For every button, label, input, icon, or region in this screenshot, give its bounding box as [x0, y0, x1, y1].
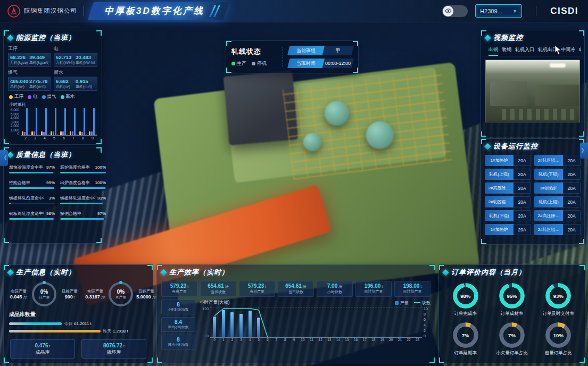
donut-percent: 10% [545, 322, 571, 348]
axis-tick: 15 [343, 338, 352, 342]
equipment-name-chip[interactable]: 2#轧区辊… [534, 155, 563, 166]
efficiency-side-card: 8.4班均小时块数 [161, 317, 195, 332]
legend-label: 生产 [237, 60, 246, 67]
legend-item: 生产 [231, 60, 246, 67]
equipment-value: 20A [514, 196, 531, 207]
energy-stat: 30.483单耗(kW·h/t) [76, 54, 95, 65]
progress-fill [60, 203, 103, 204]
divider [84, 6, 84, 16]
energy-group-name: 煤气 [8, 69, 51, 76]
equipment-name-chip[interactable]: 1#加热炉 [485, 155, 514, 166]
equipment-name-chip[interactable]: 轧机(上辊) [534, 196, 563, 207]
energy-stat-value: 0.915 [76, 78, 95, 84]
top-bar: 陕钢集团汉钢公司 中厚板3D数字化产线 H2309... ▼ CISDI [0, 0, 588, 22]
legend-label: 电 [33, 94, 38, 100]
equipment-pair: 轧机(下辊)20A [485, 210, 531, 221]
mouse-cursor [554, 45, 562, 55]
badge-value: 00:00-12:00 [322, 59, 354, 68]
equipment-row: 2#高压除…20A1#加热炉20A [485, 182, 581, 194]
equipment-name-chip[interactable]: 2#高压除… [534, 210, 563, 221]
gauge-actual: 实际产量0.045 万t [7, 289, 30, 300]
progress-fill [9, 203, 11, 204]
donut-label: 订单成材率 [501, 311, 524, 317]
bar [95, 135, 97, 135]
line-selector-dropdown[interactable]: H2309... ▼ [475, 4, 522, 18]
equipment-name: 2#高压除… [538, 213, 560, 219]
donut-percent: 93% [545, 283, 571, 309]
efficiency-stat-value: 654.61 块 [202, 283, 235, 289]
drum [303, 133, 321, 151]
energy-stat: 52.713万耗(kW·h) [56, 54, 76, 65]
donut-label: 订单完成率 [454, 311, 477, 317]
bar [84, 108, 85, 135]
efficiency-stat-value: 579.23 t [163, 283, 196, 289]
bar [47, 135, 49, 135]
legend-label: 产量 [400, 300, 409, 306]
gauge-ring: 0%月产量 [109, 282, 133, 306]
bar [89, 131, 90, 135]
bar [60, 131, 62, 135]
equipment-name-chip[interactable]: 轧机(下辊) [534, 169, 563, 180]
axis-tick: 7 [272, 338, 281, 342]
inventory-bar-text: 昨天 1.2938 t [103, 328, 128, 334]
warehouse-label: 板坯库 [107, 349, 121, 356]
legend-item: 煤气 [42, 94, 56, 100]
gauge-percent: 0% [40, 289, 48, 295]
equipment-name: 2#轧区辊… [488, 199, 510, 205]
warehouse-card[interactable]: 8076.72 t板坯库 [81, 339, 146, 359]
equipment-name: 轧机(下辊) [489, 213, 509, 219]
video-tab-5[interactable]: 电动热 [579, 46, 581, 56]
gauge-group: 实际产量0.3167 万t0%月产量目标产量5.0000 万t [84, 282, 158, 306]
axis-tick: 4 [245, 338, 254, 342]
panel-collapse-right[interactable]: 》 [580, 143, 588, 159]
equipment-name-chip[interactable]: 2#轧区辊… [485, 196, 514, 207]
panel-diamond-icon [7, 35, 14, 41]
visibility-toggle[interactable] [442, 5, 468, 17]
video-tab-0[interactable]: 出钢 [488, 46, 498, 56]
progress-track [9, 203, 55, 204]
gauge-actual: 实际产量0.3167 万t [84, 289, 107, 300]
equipment-name-chip[interactable]: 轧机(下辊) [485, 210, 514, 221]
equipment-name: 轧机(下辊) [539, 171, 558, 177]
scaffolding [283, 70, 452, 179]
axis-tick: 2 [228, 338, 237, 342]
warehouse-card[interactable]: 0.476 t成品库 [10, 339, 75, 359]
axis-tick: 13 [325, 338, 334, 342]
axis-tick: 1 [219, 338, 228, 342]
equipment-name-chip[interactable]: 1#加热炉 [485, 224, 514, 235]
gauge-target: 目标产量5.0000 万t [135, 289, 158, 300]
line-status-panel: 轧线状态 生产停机 当前班组甲当班时间00:00-12:00 [226, 40, 359, 73]
equipment-rows: 1#加热炉20A2#轧区辊…20A轧机(上辊)20A轧机(下辊)20A2#高压除… [481, 153, 584, 235]
equipment-name-chip[interactable]: 轧机(上辊) [485, 169, 514, 180]
hourly-output-chart: 小时产量(大板) 产量块数 1200 1086420 0123456789101… [200, 300, 430, 350]
drum [325, 101, 349, 126]
energy-stat-unit: 单耗(kgce/t) [29, 60, 48, 65]
video-tab-4[interactable]: 中间冷 [561, 46, 575, 56]
axis-tick: 2 [424, 329, 430, 332]
progress-track [60, 172, 106, 173]
equipment-name-chip[interactable]: 2#轧区辊… [534, 224, 563, 235]
video-tab-2[interactable]: 轧机入口 [515, 46, 534, 56]
equipment-pair: 1#加热炉20A [485, 155, 531, 166]
progress-track [9, 218, 55, 220]
hourly-chart-legend: 产量块数 [395, 300, 430, 306]
energy-group: 新水6.682总耗(m³)0.915单耗(m³/t) [54, 69, 97, 91]
efficiency-stat-card: 198.00 t日计划产量 [394, 281, 430, 297]
efficiency-stat-card: 7.00 块小时块数 [317, 281, 353, 297]
gauge-label: 月产量 [115, 295, 127, 300]
axis-tick: 0 [424, 334, 430, 338]
axis-tick: 11 [307, 338, 316, 342]
equipment-name-chip[interactable]: 1#加热炉 [534, 182, 563, 194]
legend-item: 工序 [9, 94, 23, 100]
energy-stat-value: 2775.78 [29, 78, 48, 84]
progress-track [9, 172, 55, 173]
camera-feed-image[interactable] [485, 60, 580, 122]
quality-item: 钢板终轧凸度命中率3% [9, 195, 55, 204]
efficiency-stat-card: 579.23 t当班产量 [161, 281, 197, 297]
panel-diamond-icon [484, 143, 491, 150]
panel-collapse-left[interactable]: 《 [0, 150, 8, 166]
company-logo: 陕钢集团汉钢公司 [0, 5, 77, 18]
video-tab-1[interactable]: 装钢 [502, 46, 511, 56]
energy-chart-plot [21, 108, 97, 136]
equipment-name-chip[interactable]: 2#高压除… [485, 182, 514, 194]
